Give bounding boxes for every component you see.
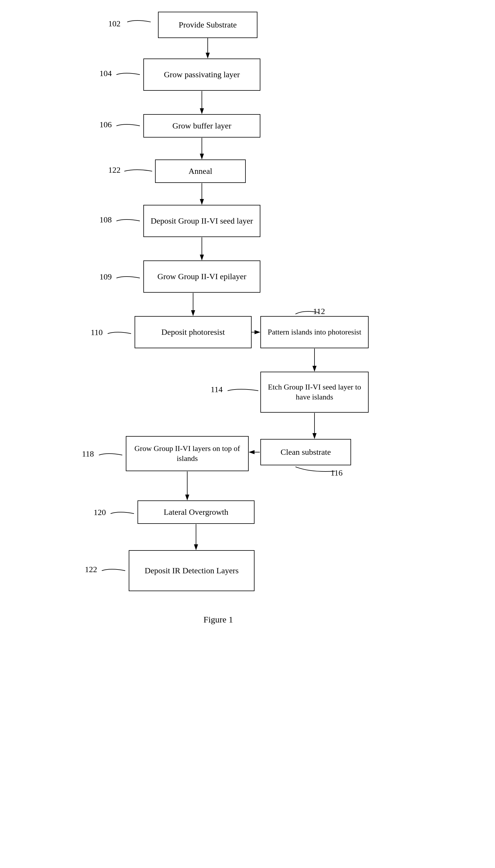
box-deposit-ir-text: Deposit IR Detection Layers bbox=[144, 565, 238, 576]
box-etch-seed-text: Etch Group II-VI seed layer to have isla… bbox=[261, 382, 368, 402]
box-anneal: Anneal bbox=[155, 159, 246, 183]
label-108-line bbox=[102, 217, 146, 225]
box-grow-passivating-text: Grow passivating layer bbox=[164, 69, 240, 80]
box-deposit-photoresist: Deposit photoresist bbox=[135, 316, 252, 348]
box-deposit-ir: Deposit IR Detection Layers bbox=[129, 550, 255, 591]
label-106-line bbox=[102, 121, 146, 130]
box-clean-substrate: Clean substrate bbox=[260, 439, 351, 465]
box-etch-seed: Etch Group II-VI seed layer to have isla… bbox=[260, 372, 369, 413]
label-104-line bbox=[102, 70, 146, 79]
label-114-line bbox=[213, 386, 263, 395]
box-lateral-overgrowth-text: Lateral Overgrowth bbox=[164, 507, 228, 517]
box-provide-substrate-text: Provide Substrate bbox=[179, 20, 237, 30]
label-122b-line bbox=[87, 566, 131, 575]
diagram-container: Provide Substrate 102 Grow passivating l… bbox=[0, 0, 495, 868]
label-116-line bbox=[293, 464, 339, 476]
box-grow-islands: Grow Group II-VI layers on top of island… bbox=[126, 436, 249, 471]
box-deposit-seed-text: Deposit Group II-VI seed layer bbox=[151, 216, 253, 226]
box-pattern-islands-text: Pattern islands into photoresist bbox=[268, 327, 361, 337]
label-110-line bbox=[93, 329, 137, 338]
box-anneal-text: Anneal bbox=[189, 166, 212, 176]
box-grow-buffer-text: Grow buffer layer bbox=[172, 121, 232, 131]
box-grow-epilayer-text: Grow Group II-VI epilayer bbox=[157, 271, 246, 282]
figure-label: Figure 1 bbox=[174, 615, 262, 625]
label-102-line bbox=[110, 16, 159, 28]
box-pattern-islands: Pattern islands into photoresist bbox=[260, 316, 369, 348]
box-grow-epilayer: Grow Group II-VI epilayer bbox=[143, 260, 260, 293]
box-grow-islands-text: Grow Group II-VI layers on top of island… bbox=[126, 444, 248, 463]
box-lateral-overgrowth: Lateral Overgrowth bbox=[137, 500, 255, 524]
label-112-line bbox=[293, 308, 322, 317]
box-deposit-seed: Deposit Group II-VI seed layer bbox=[143, 205, 260, 237]
label-109-line bbox=[102, 274, 146, 283]
label-120-line bbox=[96, 509, 140, 518]
box-grow-buffer: Grow buffer layer bbox=[143, 114, 260, 138]
label-122a-line bbox=[110, 167, 156, 175]
box-provide-substrate: Provide Substrate bbox=[158, 12, 257, 38]
box-deposit-photoresist-text: Deposit photoresist bbox=[161, 327, 225, 337]
box-grow-passivating: Grow passivating layer bbox=[143, 58, 260, 91]
label-118-line bbox=[84, 451, 128, 459]
box-clean-substrate-text: Clean substrate bbox=[280, 447, 331, 457]
